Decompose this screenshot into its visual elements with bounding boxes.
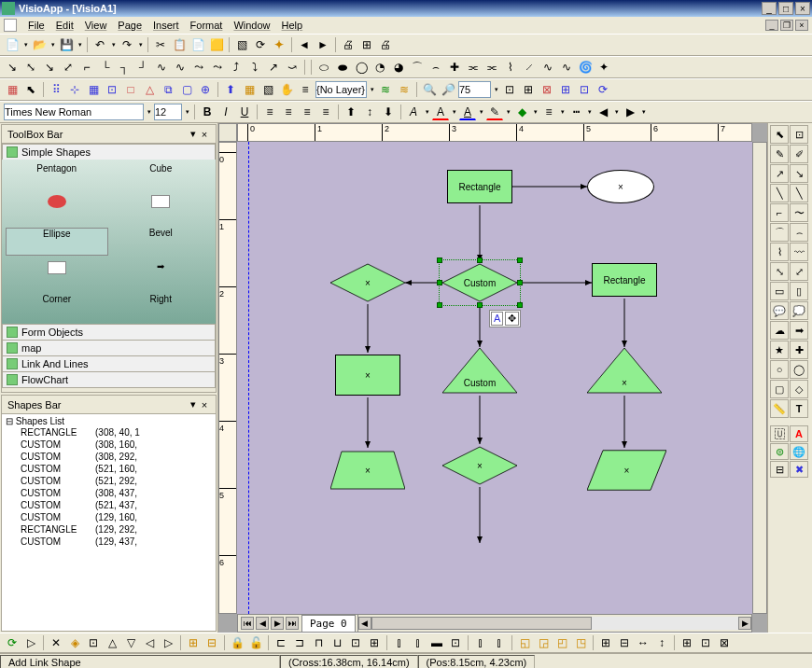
linecolor-button[interactable]: ✎ [486, 104, 503, 120]
menu-insert[interactable]: Insert [147, 18, 185, 33]
ell-5[interactable]: ◕ [390, 59, 407, 76]
callout2-tool[interactable]: 💭 [790, 301, 808, 320]
item-cube[interactable]: Cube [110, 163, 213, 189]
al3[interactable]: ⊓ [310, 634, 327, 651]
zoom-4[interactable]: ⊞ [557, 81, 574, 98]
snap-7[interactable]: ▢ [178, 81, 195, 98]
menu-view[interactable]: View [79, 18, 113, 33]
rect-tool[interactable]: ▭ [770, 282, 789, 300]
item-ellipse-shape[interactable] [6, 191, 108, 226]
arrow1-tool[interactable]: ↗ [770, 164, 789, 183]
ruler-vertical[interactable]: 0123456 [218, 142, 237, 614]
shapesbar-menu-button[interactable]: ▾ [188, 398, 199, 411]
plus-tool[interactable]: ✚ [790, 341, 808, 359]
grp2[interactable]: ⊡ [697, 634, 714, 651]
print2-button[interactable]: 🖨 [377, 36, 394, 53]
font-size-input[interactable] [154, 104, 182, 120]
arc-1[interactable]: ⌒ [409, 59, 426, 76]
a-tool[interactable]: A [790, 425, 808, 442]
ruler-horizontal[interactable]: 01234567 [237, 123, 752, 142]
item-ellipse[interactable]: Ellipse [6, 228, 108, 256]
prev-button[interactable]: ◄ [296, 36, 313, 53]
shape-rect[interactable]: Rectangle [447, 170, 512, 203]
add-button[interactable]: ✦ [271, 36, 287, 53]
copy-button[interactable]: 📋 [171, 36, 188, 53]
flip-v[interactable]: ▽ [122, 634, 139, 651]
conn-5[interactable]: ⌐ [78, 59, 95, 76]
snap-4[interactable]: □ [122, 81, 139, 98]
ruler-tool[interactable]: 📏 [770, 399, 789, 418]
ellipse2-tool[interactable]: ◯ [790, 360, 808, 379]
shape-rect[interactable]: × [335, 355, 400, 396]
spiral-icon[interactable]: 🌀 [577, 59, 594, 76]
tab-last[interactable]: ⏭ [286, 617, 299, 630]
conn-9[interactable]: ∿ [153, 59, 170, 76]
valign-bot-button[interactable]: ⬇ [380, 104, 397, 120]
order2[interactable]: ◲ [535, 634, 552, 651]
diamond-tool[interactable]: ◇ [790, 380, 808, 398]
grid-button[interactable]: ⊞ [358, 36, 375, 53]
line2-tool[interactable]: ╲ [790, 184, 808, 202]
b2[interactable]: ▷ [22, 634, 39, 651]
conn-10[interactable]: ∿ [172, 59, 189, 76]
menu-help[interactable]: Help [276, 18, 309, 33]
b3[interactable]: ✕ [48, 634, 64, 651]
zoom-5[interactable]: ⊡ [576, 81, 593, 98]
b10[interactable]: ⊞ [185, 634, 202, 651]
dist1[interactable]: ⫿ [472, 634, 489, 651]
shape-list-item[interactable]: CUSTOM(129, 437, [4, 536, 214, 548]
align-1[interactable]: ⬆ [222, 81, 239, 98]
x-tool[interactable]: ✖ [790, 461, 808, 478]
align-2[interactable]: ▦ [241, 81, 258, 98]
lineweight-button[interactable]: ≡ [540, 104, 557, 120]
align-center-button[interactable]: ≡ [280, 104, 297, 120]
bk-tool[interactable]: ⊟ [770, 461, 789, 478]
guide-line[interactable] [248, 142, 249, 614]
selection-mini-toolbar[interactable]: A✥ [489, 310, 521, 327]
conn-11[interactable]: ⤳ [190, 59, 207, 76]
ell-2[interactable]: ⬬ [334, 59, 351, 76]
shape-trap[interactable]: × [330, 450, 405, 491]
linestyle-button[interactable]: ┅ [567, 104, 584, 120]
fontstyle-drop[interactable]: ▾ [424, 108, 430, 116]
al5[interactable]: ⊡ [347, 634, 364, 651]
plus-icon[interactable]: ✚ [446, 59, 463, 76]
bold-button[interactable]: B [199, 104, 216, 120]
zoom-input[interactable] [458, 81, 491, 98]
link-2[interactable]: ⫘ [483, 59, 500, 76]
dist2[interactable]: ⫿ [491, 634, 508, 651]
item-corner[interactable]: Corner [6, 294, 108, 320]
tab-next[interactable]: ▶ [271, 617, 284, 630]
sp2[interactable]: ⊟ [616, 634, 633, 651]
b1[interactable]: ⟳ [4, 634, 21, 651]
tab-prev[interactable]: ◀ [256, 617, 269, 630]
pen2-tool[interactable]: ✐ [790, 145, 808, 163]
shape-para[interactable]: × [587, 450, 666, 491]
horizontal-scrollbar[interactable]: ◀ ▶ [358, 617, 751, 630]
fontname-drop[interactable]: ▾ [146, 108, 152, 116]
b11[interactable]: ⊟ [203, 634, 220, 651]
mdi-restore-button[interactable]: ❐ [780, 20, 793, 31]
line-tool[interactable]: ╲ [770, 184, 789, 202]
shape-list-item[interactable]: CUSTOM(129, 160, [4, 511, 214, 523]
zoomin-button[interactable]: 🔍 [421, 81, 438, 98]
shape-list-item[interactable]: RECTANGLE(308, 40, 1 [4, 426, 214, 438]
scroll-thumb[interactable] [371, 617, 592, 630]
print-button[interactable]: 🖨 [340, 36, 357, 53]
canvas[interactable]: Rectangle××CustomA✥Rectangle×Custom×××× [237, 142, 752, 614]
round-tool[interactable]: ▢ [770, 380, 789, 398]
b4[interactable]: ◈ [66, 634, 83, 651]
arrowstart-drop[interactable]: ▾ [613, 108, 620, 116]
fontcolor-drop[interactable]: ▾ [451, 108, 457, 116]
save-button[interactable]: 💾 [58, 36, 75, 53]
star-icon[interactable]: ✦ [595, 59, 612, 76]
arrowend-drop[interactable]: ▾ [640, 108, 647, 116]
menu-format[interactable]: Format [185, 18, 229, 33]
shape-list-item[interactable]: RECTANGLE(129, 292, [4, 523, 214, 536]
open-drop[interactable]: ▾ [49, 41, 56, 49]
refresh-button[interactable]: ⟳ [595, 81, 611, 98]
b9[interactable]: ▷ [160, 634, 176, 651]
save-drop[interactable]: ▾ [77, 41, 83, 49]
zoom-3[interactable]: ⊠ [539, 81, 555, 98]
arc2-tool[interactable]: ⌢ [790, 223, 808, 242]
